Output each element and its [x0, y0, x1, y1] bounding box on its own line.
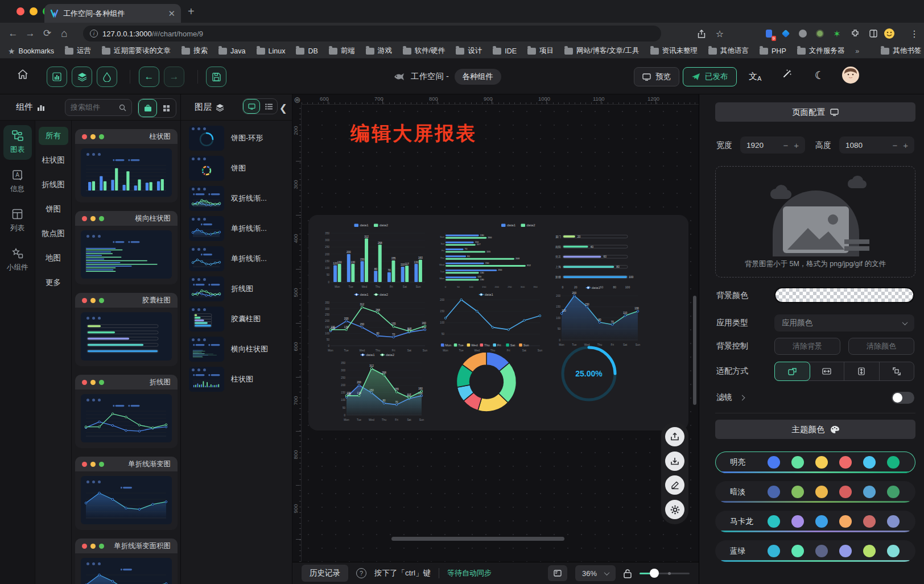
layer-item[interactable]: 单折线渐...: [189, 216, 292, 241]
filter-toggle-button[interactable]: [97, 67, 117, 87]
canvas-chart-ring[interactable]: 25.00%: [558, 342, 620, 405]
fit-stretch-button[interactable]: [880, 362, 914, 380]
view-mode-grid-button[interactable]: [157, 99, 176, 117]
theme-row-0[interactable]: 明亮: [715, 452, 915, 473]
zoom-slider-handle[interactable]: [650, 569, 659, 578]
export-button[interactable]: [665, 427, 684, 446]
background-upload-dropzone[interactable]: 背景图需小于 5M，格式为 png/jpg/gif 的文件: [715, 166, 915, 277]
category-2[interactable]: 折线图: [39, 176, 68, 194]
magic-wand-icon[interactable]: [782, 69, 792, 82]
reload-icon[interactable]: ⟳: [39, 27, 56, 39]
extension-circle-gray-icon[interactable]: [797, 27, 809, 40]
bookmark-item[interactable]: 设计: [456, 46, 482, 56]
zoom-select[interactable]: 36%: [575, 565, 616, 581]
category-1[interactable]: 柱状图: [39, 151, 68, 169]
layer-item[interactable]: 横向柱状图: [189, 337, 292, 362]
bookmark-item[interactable]: Java: [218, 46, 245, 56]
component-card[interactable]: 单折线渐变面积图: [75, 539, 178, 584]
component-card[interactable]: 横向柱状图: [75, 211, 178, 284]
bookmark-item[interactable]: 运营: [65, 46, 91, 56]
redo-button[interactable]: →: [164, 67, 184, 87]
sidebar-item-lists[interactable]: 列表: [3, 204, 32, 238]
bookmark-item[interactable]: PHP: [760, 46, 786, 56]
bookmarks-root[interactable]: ★Bookmarks: [8, 47, 54, 56]
fit-height-button[interactable]: [844, 362, 880, 380]
clear-background-button[interactable]: 清除背景: [774, 338, 840, 355]
component-card[interactable]: 单折线渐变图: [75, 457, 178, 530]
theme-color-swatch[interactable]: [863, 545, 876, 557]
bookmark-item[interactable]: 项目: [527, 46, 554, 56]
fit-width-button[interactable]: [810, 362, 845, 380]
preview-button[interactable]: 预览: [634, 67, 679, 86]
width-input[interactable]: 1920 −+: [740, 136, 805, 154]
theme-color-swatch[interactable]: [768, 486, 780, 498]
height-increment[interactable]: +: [903, 140, 908, 150]
save-button[interactable]: [206, 67, 226, 87]
theme-color-swatch[interactable]: [815, 456, 828, 469]
other-bookmarks[interactable]: 其他书签: [881, 46, 921, 56]
theme-row-2[interactable]: 马卡龙: [715, 511, 915, 532]
extension-pin-icon[interactable]: 9: [762, 27, 775, 40]
home-button-icon[interactable]: [17, 69, 28, 82]
component-card[interactable]: 胶囊柱图: [75, 293, 178, 366]
theme-color-swatch[interactable]: [863, 515, 876, 528]
bookmark-item[interactable]: 近期需要读的文章: [102, 46, 171, 56]
extensions-puzzle-icon[interactable]: [849, 27, 861, 40]
canvas-chart-horizontal-bar[interactable]: data1data2Mon120130Tue200130Wed150312Thu…: [435, 222, 543, 289]
width-increment[interactable]: +: [794, 140, 799, 150]
collapse-layers-icon[interactable]: ❮: [279, 102, 287, 114]
home-icon[interactable]: ⌂: [56, 27, 73, 40]
back-icon[interactable]: ←: [5, 28, 22, 39]
components-toggle-button[interactable]: [47, 67, 67, 87]
bg-color-swatch[interactable]: [774, 287, 914, 303]
theme-row-3[interactable]: 蓝绿: [715, 540, 915, 562]
browser-tab[interactable]: 工作空间-各种组件 ✕: [44, 4, 181, 23]
sidebar-item-widgets[interactable]: 小组件: [3, 243, 32, 277]
theme-color-swatch[interactable]: [768, 515, 780, 528]
tab-close-icon[interactable]: ✕: [168, 9, 175, 19]
settings-gear-icon[interactable]: [665, 500, 684, 519]
bookmarks-overflow-icon[interactable]: »: [855, 47, 859, 55]
theme-color-swatch[interactable]: [887, 545, 900, 557]
filter-toggle-switch[interactable]: [892, 392, 914, 404]
import-button[interactable]: [665, 452, 684, 471]
canvas-chart-line-gradient[interactable]: data1050100150200MonTueWedThuFriSatSun12…: [551, 284, 641, 347]
width-decrement[interactable]: −: [783, 140, 788, 150]
component-card[interactable]: 柱状图: [75, 129, 178, 202]
clear-color-button[interactable]: 清除颜色: [848, 338, 914, 355]
theme-color-swatch[interactable]: [887, 515, 900, 528]
bookmark-item[interactable]: Linux: [257, 46, 286, 56]
share-icon[interactable]: [695, 27, 708, 40]
traffic-light-close[interactable]: [16, 7, 24, 15]
new-tab-button[interactable]: +: [188, 6, 195, 17]
theme-color-swatch[interactable]: [791, 515, 804, 528]
traffic-light-minimize[interactable]: [30, 7, 38, 15]
app-type-select[interactable]: 应用颜色: [774, 314, 914, 332]
extension-kite-icon[interactable]: [779, 27, 792, 40]
canvas-chart-capsule[interactable]: 厦门20南阳40北京60上海80新疆100020406080100: [552, 226, 638, 289]
canvas-chart-line-dual-area[interactable]: data1data2050100150200250300350MonTueWed…: [336, 351, 424, 422]
canvas-vertical-scrollbar[interactable]: [693, 296, 696, 405]
category-3[interactable]: 饼图: [39, 200, 68, 218]
view-mode-box-button[interactable]: [138, 99, 157, 117]
category-5[interactable]: 地图: [39, 249, 68, 267]
theme-row-1[interactable]: 暗淡: [715, 481, 915, 503]
lock-icon[interactable]: [624, 569, 632, 578]
layer-item[interactable]: 折线图: [189, 276, 292, 301]
theme-color-swatch[interactable]: [791, 545, 804, 557]
theme-color-swatch[interactable]: [839, 545, 852, 557]
publish-button[interactable]: 已发布: [683, 67, 737, 86]
bookmark-item[interactable]: 前端: [329, 46, 355, 56]
theme-color-swatch[interactable]: [887, 486, 900, 498]
canvas-page-title[interactable]: 编辑大屏报表: [350, 121, 477, 147]
ruler-toggle-icon[interactable]: ◎: [294, 96, 300, 103]
bookmark-item[interactable]: 网站/博客/文章/工具: [564, 46, 639, 56]
bookmark-item[interactable]: 软件/硬件: [403, 46, 445, 56]
category-6[interactable]: 更多: [39, 274, 68, 292]
minimap-toggle-button[interactable]: [548, 565, 567, 581]
theme-color-swatch[interactable]: [815, 486, 828, 498]
bookmark-item[interactable]: IDE: [493, 46, 517, 56]
bookmark-item[interactable]: 游戏: [366, 46, 392, 56]
canvas-chart-pie[interactable]: MonTueWedThuFriSatSun: [434, 341, 539, 414]
theme-color-swatch[interactable]: [863, 486, 876, 498]
